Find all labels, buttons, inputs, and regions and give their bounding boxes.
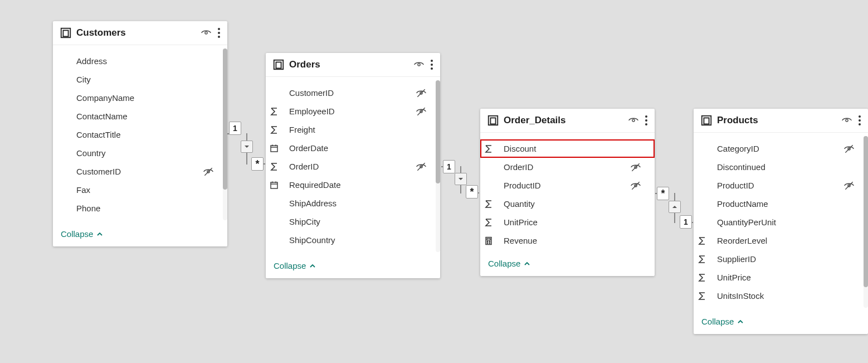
field-label: CustomerID <box>266 88 416 98</box>
field-shipcountry[interactable]: ShipCountry <box>266 231 440 249</box>
field-customerid[interactable]: CustomerID <box>266 84 440 102</box>
calendar-icon <box>266 181 282 190</box>
hidden-icon <box>416 106 431 117</box>
field-label: ProductName <box>694 199 859 209</box>
field-requireddate[interactable]: RequiredDate <box>266 176 440 194</box>
field-label: Phone <box>53 204 218 213</box>
field-customerid[interactable]: CustomerID <box>53 162 227 181</box>
visibility-icon[interactable] <box>413 59 425 70</box>
cardinality-one: 1 <box>680 215 692 229</box>
more-options-icon[interactable] <box>217 27 221 38</box>
field-country[interactable]: Country <box>53 144 227 162</box>
field-supplierid[interactable]: SupplierID <box>694 250 868 268</box>
field-companyname[interactable]: CompanyName <box>53 89 227 107</box>
field-label: Fax <box>53 185 218 195</box>
svg-point-42 <box>487 243 488 244</box>
scrollbar[interactable] <box>436 80 440 252</box>
field-label: OrderID <box>282 162 416 171</box>
field-contactname[interactable]: ContactName <box>53 107 227 125</box>
field-label: Discontinued <box>694 162 859 172</box>
field-quantityperunit[interactable]: QuantityPerUnit <box>694 213 868 231</box>
field-unitprice[interactable]: UnitPrice <box>694 268 868 287</box>
more-options-icon[interactable] <box>430 59 433 70</box>
field-revenue[interactable]: Revenue <box>480 231 655 250</box>
table-customers[interactable]: Customers Address City CompanyName Conta… <box>53 21 227 246</box>
visibility-icon[interactable] <box>201 27 212 38</box>
field-freight[interactable]: Freight <box>266 120 440 139</box>
svg-line-7 <box>204 168 212 175</box>
field-city[interactable]: City <box>53 70 227 89</box>
hidden-icon <box>630 180 646 191</box>
collapse-label: Collapse <box>274 261 306 270</box>
svg-point-48 <box>859 119 861 122</box>
field-orderid[interactable]: OrderID <box>266 157 440 176</box>
relationship-direction-icon[interactable] <box>455 173 467 185</box>
scrollbar[interactable] <box>223 49 227 220</box>
field-shipaddress[interactable]: ShipAddress <box>266 194 440 212</box>
svg-rect-45 <box>704 118 709 124</box>
field-categoryid[interactable]: CategoryID <box>694 139 868 158</box>
visibility-icon[interactable] <box>628 115 639 126</box>
field-label: ContactTitle <box>53 130 218 139</box>
field-contacttitle[interactable]: ContactTitle <box>53 125 227 144</box>
field-employeeid[interactable]: EmployeeID <box>266 102 440 120</box>
table-title: Customers <box>76 27 201 38</box>
field-unitprice[interactable]: UnitPrice <box>480 213 655 231</box>
table-header[interactable]: Order_Details <box>480 109 655 133</box>
field-fax[interactable]: Fax <box>53 181 227 199</box>
field-orderid[interactable]: OrderID <box>480 158 655 176</box>
field-label: ShipCountry <box>266 235 431 245</box>
more-options-icon[interactable] <box>645 115 648 126</box>
collapse-button[interactable]: Collapse <box>61 229 220 239</box>
table-header[interactable]: Products <box>694 109 868 133</box>
field-orderdate[interactable]: OrderDate <box>266 139 440 157</box>
table-header[interactable]: Customers <box>53 21 227 45</box>
more-options-icon[interactable] <box>858 115 861 126</box>
field-unitsinstock[interactable]: UnitsInStock <box>694 287 868 305</box>
field-label: Discount <box>497 144 646 153</box>
table-header[interactable]: Orders <box>266 53 440 77</box>
field-productid[interactable]: ProductID <box>480 176 655 195</box>
field-label: EmployeeID <box>282 107 416 116</box>
svg-rect-29 <box>490 118 495 124</box>
field-address[interactable]: Address <box>53 52 227 70</box>
relationship-direction-icon[interactable] <box>241 141 253 153</box>
table-products[interactable]: Products CategoryID Discontinued Product… <box>694 109 868 334</box>
sigma-icon <box>480 144 497 153</box>
cardinality-many: * <box>466 185 478 199</box>
calendar-icon <box>266 144 282 153</box>
field-shipcity[interactable]: ShipCity <box>266 212 440 231</box>
chevron-up-icon <box>524 260 530 267</box>
field-discontinued[interactable]: Discontinued <box>694 158 868 176</box>
hidden-icon <box>843 143 859 154</box>
svg-point-49 <box>859 123 861 125</box>
table-order-details[interactable]: Order_Details Discount OrderID ProductID… <box>480 109 655 276</box>
collapse-button[interactable]: Collapse <box>488 259 647 268</box>
table-orders[interactable]: Orders CustomerID EmployeeID Freight Ord… <box>266 53 440 278</box>
field-productname[interactable]: ProductName <box>694 195 868 213</box>
sigma-icon <box>480 200 497 209</box>
field-phone[interactable]: Phone <box>53 199 227 217</box>
sigma-icon <box>694 273 710 282</box>
field-list: Address City CompanyName ContactName Con… <box>53 45 227 217</box>
hidden-icon <box>416 161 431 172</box>
relationship-direction-icon[interactable] <box>669 201 681 213</box>
field-label: UnitsInStock <box>710 291 859 301</box>
collapse-button[interactable]: Collapse <box>274 261 432 270</box>
model-canvas[interactable]: { "tables": { "customers": { "title": "C… <box>0 0 868 363</box>
scrollbar[interactable] <box>864 136 868 308</box>
svg-point-33 <box>645 123 647 125</box>
collapse-button[interactable]: Collapse <box>701 317 860 326</box>
svg-rect-9 <box>276 62 281 68</box>
cardinality-many: * <box>657 187 669 200</box>
field-productid[interactable]: ProductID <box>694 176 868 195</box>
field-label: Revenue <box>497 236 646 245</box>
hidden-icon <box>843 180 859 191</box>
field-discount[interactable]: Discount <box>480 139 655 158</box>
field-reorderlevel[interactable]: ReorderLevel <box>694 231 868 250</box>
svg-point-31 <box>645 115 647 118</box>
svg-point-32 <box>645 119 647 122</box>
visibility-icon[interactable] <box>841 115 852 126</box>
svg-point-43 <box>489 243 490 244</box>
field-quantity[interactable]: Quantity <box>480 195 655 213</box>
